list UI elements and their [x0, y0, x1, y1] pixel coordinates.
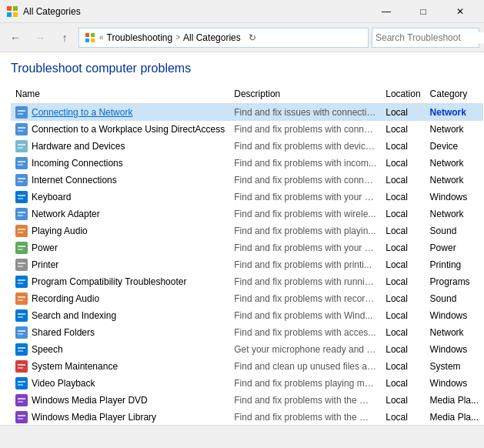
table-row[interactable]: Connection to a Workplace Using DirectAc… [11, 121, 483, 138]
item-desc-cell: Find and fix problems with conne... [229, 172, 381, 189]
svg-rect-30 [18, 229, 25, 230]
svg-rect-35 [16, 259, 27, 270]
svg-rect-46 [18, 316, 23, 318]
table-row[interactable]: Video PlaybackFind and fix problems play… [11, 375, 483, 392]
svg-rect-27 [18, 212, 25, 213]
table-row[interactable]: Program Compatibility TroubleshooterFind… [11, 273, 483, 290]
item-name-cell: Video Playback [11, 375, 229, 392]
table-row[interactable]: Connecting to a NetworkFind and fix issu… [11, 104, 483, 122]
item-name-cell: Network Adapter [11, 206, 229, 222]
svg-rect-22 [18, 181, 23, 182]
windows-icon [15, 377, 28, 389]
table-row[interactable]: KeyboardFind and fix problems with your … [11, 189, 483, 206]
table-row[interactable]: PrinterFind and fix problems with printi… [11, 256, 483, 273]
network-icon [15, 174, 28, 186]
svg-rect-8 [16, 107, 27, 118]
breadcrumb-all-categories: All Categories [183, 32, 241, 43]
close-button[interactable]: ✕ [442, 0, 478, 23]
col-header-location[interactable]: Location [381, 86, 425, 104]
item-desc-cell: Find and fix problems with playin... [229, 222, 381, 239]
table-row[interactable]: PowerFind and fix problems with your c..… [11, 239, 483, 256]
item-desc-cell: Find and fix problems with the Wi... [229, 409, 381, 425]
table-row[interactable]: Windows Media Player LibraryFind and fix… [11, 409, 483, 425]
item-category-cell: Windows [426, 307, 483, 324]
item-location-cell: Local [381, 239, 425, 256]
svg-rect-49 [18, 333, 23, 335]
item-name-cell: Speech [11, 341, 229, 358]
item-name-cell: Keyboard [11, 189, 229, 206]
item-name-cell: Connecting to a Network [11, 104, 229, 122]
svg-rect-45 [18, 313, 25, 315]
table-row[interactable]: Hardware and DevicesFind and fix problem… [11, 138, 483, 155]
sound-icon [15, 293, 28, 305]
table-row[interactable]: System MaintenanceFind and clean up unus… [11, 358, 483, 375]
svg-rect-2 [7, 12, 12, 17]
col-header-category[interactable]: Category [426, 86, 483, 104]
svg-rect-44 [16, 310, 27, 321]
windows-icon [15, 276, 28, 288]
svg-rect-48 [18, 330, 25, 332]
item-location-cell: Local [381, 172, 425, 189]
table-row[interactable]: Search and IndexingFind and fix problems… [11, 307, 483, 324]
table-row[interactable]: SpeechGet your microphone ready and f...… [11, 341, 483, 358]
table-header-row: Name Description Location Category [11, 86, 483, 104]
item-name-text: Shared Folders [32, 327, 95, 338]
back-button[interactable]: ← [5, 27, 26, 48]
item-category-cell: Network [426, 324, 483, 341]
table-row[interactable]: Shared FoldersFind and fix problems with… [11, 324, 483, 341]
item-location-cell: Local [381, 273, 425, 290]
up-button[interactable]: ↑ [54, 27, 75, 48]
item-category-cell: Sound [426, 290, 483, 307]
refresh-button[interactable]: ↻ [244, 29, 261, 46]
address-bar[interactable]: « Troubleshooting > All Categories ↻ [78, 28, 369, 48]
item-location-cell: Local [381, 138, 425, 155]
table-row[interactable]: Recording AudioFind and fix problems wit… [11, 290, 483, 307]
item-category-cell: Windows [426, 341, 483, 358]
item-location-cell: Local [381, 206, 425, 222]
svg-rect-20 [16, 175, 27, 186]
item-name-cell: System Maintenance [11, 358, 229, 375]
table-row[interactable]: Windows Media Player DVDFind and fix pro… [11, 392, 483, 409]
table-row[interactable]: Playing AudioFind and fix problems with … [11, 222, 483, 239]
item-desc-cell: Get your microphone ready and f... [229, 341, 381, 358]
network-icon [15, 208, 28, 220]
svg-rect-41 [16, 293, 27, 304]
item-name-text: Keyboard [32, 192, 71, 202]
item-desc-cell: Find and fix problems with the Wi... [229, 392, 381, 409]
sound-icon [15, 225, 28, 237]
item-location-cell: Local [381, 290, 425, 307]
item-name-text: Recording Audio [32, 293, 99, 304]
forward-button[interactable]: → [29, 27, 51, 48]
item-location-cell: Local [381, 256, 425, 273]
item-name-text: Playing Audio [32, 226, 88, 236]
item-name-cell: Power [11, 239, 229, 256]
search-input[interactable] [376, 32, 484, 43]
col-header-desc[interactable]: Description [229, 86, 381, 104]
minimize-button[interactable]: — [369, 0, 404, 23]
table-row[interactable]: Incoming ConnectionsFind and fix problem… [11, 155, 483, 172]
item-name-cell: Recording Audio [11, 290, 229, 307]
svg-rect-0 [7, 6, 12, 11]
network-icon [15, 157, 28, 169]
table-row[interactable]: Internet ConnectionsFind and fix problem… [11, 172, 483, 189]
item-name-text[interactable]: Connecting to a Network [32, 107, 132, 118]
svg-rect-58 [18, 384, 23, 386]
svg-rect-6 [85, 38, 89, 42]
svg-rect-19 [18, 164, 23, 165]
item-category-cell: Network [426, 104, 483, 122]
item-name-text: Windows Media Player DVD [32, 395, 148, 406]
breadcrumb-troubleshooting[interactable]: Troubleshooting [107, 32, 173, 43]
svg-rect-7 [91, 38, 95, 42]
item-name-text: Power [32, 242, 58, 253]
col-header-name[interactable]: Name [11, 86, 229, 104]
maximize-button[interactable]: □ [406, 0, 441, 23]
svg-rect-15 [18, 144, 25, 145]
network-icon [15, 106, 28, 119]
item-location-cell: Local [381, 358, 425, 375]
table-row[interactable]: Network AdapterFind and fix problems wit… [11, 206, 483, 222]
windows-icon [15, 191, 28, 203]
item-desc-cell: Find and clean up unused files an... [229, 358, 381, 375]
item-name-cell: Connection to a Workplace Using DirectAc… [11, 121, 229, 138]
network-icon [15, 326, 28, 339]
page-title: Troubleshoot computer problems [11, 62, 473, 75]
